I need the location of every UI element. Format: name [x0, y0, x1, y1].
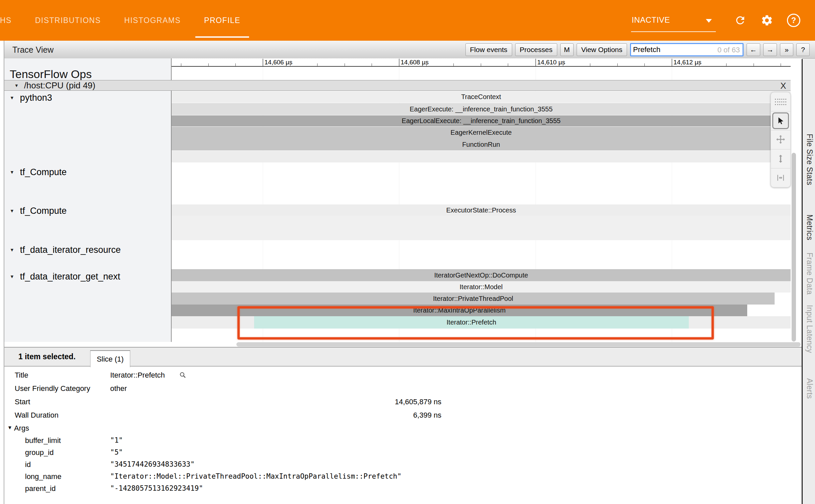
- trace-event-bar-iterator-model[interactable]: Iterator::Model: [172, 281, 791, 293]
- search-result-count: 0 of 63: [718, 46, 740, 54]
- side-tab-frame-data[interactable]: Frame Data: [805, 253, 814, 295]
- detail-label: Wall Duration: [15, 411, 58, 420]
- detail-label: Title: [15, 371, 28, 380]
- trace-event-bar-iteratorgetnextop-docompute[interactable]: IteratorGetNextOp::DoCompute: [172, 269, 791, 281]
- more-button[interactable]: »: [780, 43, 793, 56]
- timing-mode-button[interactable]: [771, 168, 790, 187]
- find-next-button[interactable]: →: [763, 43, 777, 56]
- ruler-minor-tick: [508, 63, 508, 66]
- close-device-button[interactable]: X: [777, 80, 790, 91]
- selection-highlight-box: [237, 306, 714, 340]
- app-tab-bar: HSDISTRIBUTIONSHISTOGRAMSPROFILE: [0, 0, 240, 41]
- track-group-tf-data-iterator-resource[interactable]: ▼tf_data_iterator_resource: [10, 243, 121, 256]
- track-group-label: tf_data_iterator_get_next: [20, 272, 120, 282]
- collapse-triangle-icon: ▼: [14, 83, 19, 88]
- device-header-row[interactable]: ▼ /host:CPU (pid 49): [4, 80, 791, 91]
- detail-value: 6,399 ns: [110, 411, 441, 420]
- collapse-triangle-icon: ▼: [10, 247, 14, 253]
- arg-row-parent-id: parent_id"-1428057513162923419": [4, 482, 802, 494]
- search-input[interactable]: [633, 45, 713, 55]
- tab-slice[interactable]: Slice (1): [90, 350, 130, 367]
- help-button[interactable]: ?: [796, 43, 810, 56]
- side-tab-input-latency[interactable]: Input Latency: [805, 305, 814, 353]
- side-tab-alerts[interactable]: Alerts: [805, 378, 814, 399]
- horizontal-span-icon: [776, 173, 786, 182]
- ruler-tick-label: 14,606 µs: [264, 59, 292, 66]
- ruler-minor-tick: [372, 63, 372, 66]
- ruler-baseline: [172, 66, 791, 67]
- arg-key: id: [25, 460, 31, 469]
- question-mark: ?: [787, 14, 800, 27]
- ruler-minor-tick: [726, 63, 727, 66]
- help-icon[interactable]: ?: [787, 13, 801, 27]
- toolbar-button-view-options[interactable]: View Options: [577, 43, 627, 56]
- arg-value: "5": [110, 448, 123, 456]
- search-box[interactable]: 0 of 63: [630, 43, 744, 56]
- search-nav-buttons: ←→»?: [747, 43, 810, 56]
- collapse-triangle-icon: ▼: [10, 95, 14, 100]
- ruler-minor-tick: [481, 63, 481, 66]
- detail-row-title: TitleIterator::Prefetch: [4, 368, 802, 382]
- track-group-label: tf_Compute: [20, 206, 67, 216]
- ruler-tick-label: 14,610 µs: [537, 59, 565, 66]
- pan-mode-button[interactable]: [771, 130, 790, 149]
- magnifier-icon[interactable]: [179, 371, 187, 379]
- trace-event-bar-tracecontext[interactable]: TraceContext: [172, 91, 791, 103]
- horizontal-scrollbar-thumb[interactable]: [236, 342, 801, 347]
- ruler-minor-tick: [590, 63, 590, 66]
- vertical-scrollbar-thumb[interactable]: [792, 153, 796, 342]
- track-group-python3[interactable]: ▼python3: [10, 91, 52, 104]
- ruler-minor-tick: [235, 63, 236, 66]
- refresh-icon[interactable]: [733, 13, 747, 27]
- side-tab-file-size-stats[interactable]: File Size Stats: [805, 134, 814, 185]
- slice-details: TitleIterator::PrefetchUser Friendly Cat…: [4, 368, 802, 494]
- run-selector-underline: [631, 31, 716, 32]
- track-group-tf-compute[interactable]: ▼tf_Compute: [10, 166, 66, 178]
- tab-histograms[interactable]: HISTOGRAMS: [124, 0, 181, 41]
- run-selector[interactable]: INACTIVE: [631, 0, 717, 41]
- run-selector-value[interactable]: INACTIVE: [632, 15, 670, 25]
- detail-label: Start: [15, 398, 30, 406]
- arg-key: long_name: [25, 472, 61, 481]
- arg-key: buffer_limit: [25, 436, 61, 445]
- track-group-tf-data-iterator-get-next[interactable]: ▼tf_data_iterator_get_next: [10, 270, 120, 283]
- gear-icon[interactable]: [760, 13, 774, 27]
- ruler-major-tick: [399, 59, 399, 66]
- tab-profile[interactable]: PROFILE: [204, 0, 240, 41]
- side-tab-strip: File Size StatsMetricsFrame DataInput La…: [802, 59, 815, 504]
- collapse-triangle-icon: ▼: [10, 208, 14, 213]
- arg-value: "Iterator::Model::PrivateThreadPool::Max…: [110, 472, 401, 480]
- ruler-major-tick: [263, 59, 263, 66]
- device-header-label: /host:CPU (pid 49): [24, 80, 95, 91]
- select-mode-button[interactable]: [771, 111, 790, 130]
- trace-viewer-app: HSDISTRIBUTIONSHISTOGRAMSPROFILE INACTIV…: [0, 0, 815, 504]
- zoom-mode-button[interactable]: [771, 149, 790, 168]
- ruler-tick-label: 14,612 µs: [673, 59, 701, 66]
- args-header[interactable]: ▼Args: [4, 422, 802, 434]
- trace-event-bar-eagerlocalexecute-inference-train-function-3555[interactable]: EagerLocalExecute: __inference_train_fun…: [172, 115, 791, 126]
- trace-event-bar-iterator-privatethreadpool[interactable]: Iterator::PrivateThreadPool: [172, 293, 775, 305]
- trace-row-background: [172, 216, 791, 240]
- arg-key: parent_id: [25, 484, 56, 493]
- find-previous-button[interactable]: ←: [747, 43, 760, 56]
- trace-event-bar-functionrun[interactable]: FunctionRun: [172, 138, 791, 150]
- trace-event-bar-eagerkernelexecute[interactable]: EagerKernelExecute: [172, 127, 791, 138]
- arg-row-buffer-limit: buffer_limit"1": [4, 434, 802, 446]
- track-group-tf-compute[interactable]: ▼tf_Compute: [10, 204, 66, 217]
- ruler-minor-tick: [563, 63, 563, 66]
- tab-hs[interactable]: HS: [0, 0, 12, 41]
- side-tab-metrics[interactable]: Metrics: [805, 214, 814, 240]
- ruler-minor-tick: [426, 63, 427, 66]
- ruler-minor-tick: [781, 63, 781, 66]
- toolbar-button-processes[interactable]: Processes: [515, 43, 557, 56]
- trace-event-bar-executorstate-process[interactable]: ExecutorState::Process: [172, 204, 791, 216]
- ruler-minor-tick: [290, 63, 290, 66]
- toolbar-button-flow-events[interactable]: Flow events: [465, 43, 512, 56]
- toolbar-button-m[interactable]: M: [560, 43, 574, 56]
- toolbar-buttons-row: Flow eventsProcessesMView Options 0 of 6…: [465, 43, 810, 56]
- tab-distributions[interactable]: DISTRIBUTIONS: [35, 0, 101, 41]
- tool-drawer-handle[interactable]: [771, 92, 790, 111]
- selection-summary: 1 item selected.: [18, 352, 75, 361]
- collapse-triangle-icon: ▼: [7, 425, 12, 430]
- trace-event-bar-eagerexecute-inference-train-function-3555[interactable]: EagerExecute: __inference_train_function…: [172, 103, 791, 115]
